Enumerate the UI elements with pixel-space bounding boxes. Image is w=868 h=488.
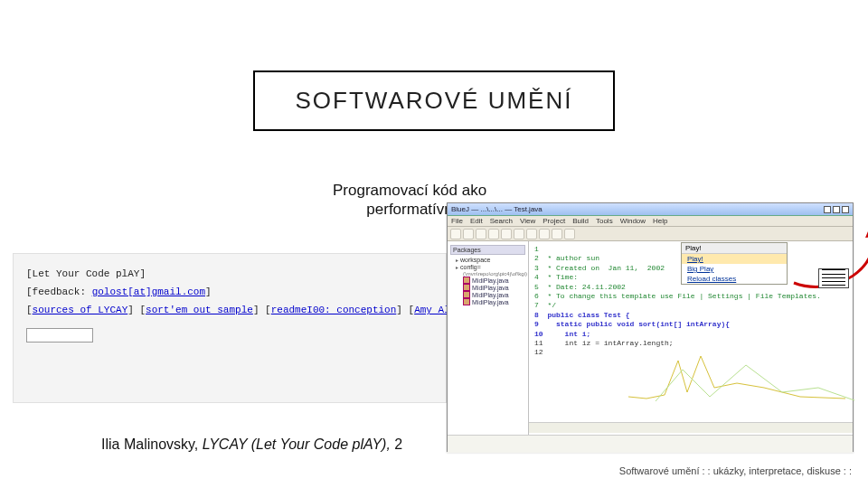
scrollbar-horizontal[interactable] — [529, 422, 853, 433]
sidebar-leaf[interactable]: MidiPlay.java — [450, 291, 525, 298]
music-notation-icon — [818, 268, 849, 288]
caption-work: LYCAY (Let Your Code plAY), — [203, 436, 395, 452]
toolbar-button[interactable] — [463, 229, 474, 239]
minimize-button[interactable] — [824, 206, 831, 213]
menu-project[interactable]: Project — [542, 217, 565, 225]
action-play[interactable]: Play! — [682, 254, 787, 264]
lycay-feedback-prefix: [feedback: — [26, 286, 92, 297]
caption-author: Ilia Malinovsky, — [101, 436, 203, 452]
caption-year: 2 — [394, 436, 402, 452]
toolbar-button[interactable] — [564, 229, 575, 239]
link-sources[interactable]: sources of LYCAY — [33, 305, 128, 315]
maximize-button[interactable] — [833, 206, 840, 213]
menu-build[interactable]: Build — [572, 217, 589, 225]
menu-help[interactable]: Help — [653, 217, 667, 225]
caption: Ilia Malinovsky, LYCAY (Let Your Code pl… — [101, 436, 402, 453]
lycay-links-row: [sources of LYCAY] [sort'em out sample] … — [26, 305, 433, 315]
subtitle-line2: performatívn — [366, 201, 452, 218]
toolbar-button[interactable] — [514, 229, 524, 239]
title-text: SOFTWAROVÉ UMĚNÍ — [296, 87, 573, 114]
ide-menubar: File Edit Search View Project Build Tool… — [448, 216, 853, 227]
lycay-feedback-mail[interactable]: golost[at]gmail.com — [92, 286, 205, 297]
action-reload[interactable]: Reload classes — [682, 274, 787, 284]
footer: Softwarové umění : : ukázky, interpretac… — [619, 465, 852, 477]
ide-sidebar: Packages workspace config= (\mvn\repo\or… — [448, 241, 529, 435]
menu-view[interactable]: View — [520, 217, 535, 225]
ide-body: Packages workspace config= (\mvn\repo\or… — [448, 241, 853, 435]
action-panel-title: Play! — [682, 243, 787, 254]
waveform-annotation — [628, 343, 863, 406]
sidebar-leaf[interactable]: MidiPlay.java — [450, 284, 525, 291]
menu-search[interactable]: Search — [490, 217, 513, 225]
sidebar-leaf[interactable]: MidiPlay.java — [450, 277, 525, 284]
ide-title-text: BlueJ — ...\...\... — Test.java — [451, 205, 542, 213]
toolbar-button[interactable] — [501, 229, 512, 239]
code-line: 6 * To change this template use File | S… — [534, 292, 847, 301]
link-readme[interactable]: readmeI00: conception — [271, 305, 397, 315]
slide: SOFTWAROVÉ UMĚNÍ Programovací kód ako pe… — [0, 0, 868, 488]
toolbar-button[interactable] — [488, 229, 499, 239]
slide-title: SOFTWAROVÉ UMĚNÍ — [253, 70, 615, 131]
code-line: 8 public class Test { — [534, 311, 847, 320]
sidebar-package-node[interactable]: config= — [450, 264, 525, 270]
close-button[interactable] — [842, 206, 849, 213]
action-big-play[interactable]: Big Play — [682, 264, 787, 274]
menu-file[interactable]: File — [451, 217, 463, 225]
ide-action-panel: Play! Play! Big Play Reload classes — [681, 242, 788, 285]
ide-statusbar — [448, 435, 853, 453]
sidebar-leaf[interactable]: MidiPlay.java — [450, 298, 525, 305]
link-sortem[interactable]: sort'em out sample — [146, 305, 253, 315]
toolbar-button[interactable] — [526, 229, 537, 239]
sourceforge-badge[interactable] — [26, 328, 93, 343]
code-line: 7 */ — [534, 301, 847, 310]
lycay-title: [Let Your Code plAY] — [26, 268, 433, 279]
footer-topic: Softwarové umění — [619, 465, 700, 476]
subtitle-line1: Programovací kód ako — [333, 182, 486, 199]
sidebar-header: Packages — [450, 245, 525, 255]
footer-desc: : : ukázky, interpretace, diskuse : : — [699, 465, 852, 476]
ide-titlebar: BlueJ — ...\...\... — Test.java — [448, 203, 853, 216]
ide-toolbar — [448, 227, 853, 241]
toolbar-button[interactable] — [476, 229, 486, 239]
menu-tools[interactable]: Tools — [596, 217, 613, 225]
image-lycay-page: [Let Your Code plAY] [feedback: golost[a… — [13, 253, 447, 403]
toolbar-button[interactable] — [450, 229, 461, 239]
code-line: 9 static public void sort(int[] intArray… — [534, 320, 847, 329]
sidebar-root-node[interactable]: workspace — [450, 257, 525, 263]
lycay-feedback-line: [feedback: golost[at]gmail.com] — [26, 286, 433, 297]
code-line: 10 int i; — [534, 330, 847, 339]
toolbar-button[interactable] — [552, 229, 562, 239]
lycay-feedback-suffix: ] — [205, 286, 212, 297]
image-ide-window: BlueJ — ...\...\... — Test.java File Edi… — [447, 202, 854, 452]
menu-edit[interactable]: Edit — [470, 217, 483, 225]
menu-window[interactable]: Window — [620, 217, 646, 225]
toolbar-button[interactable] — [539, 229, 550, 239]
